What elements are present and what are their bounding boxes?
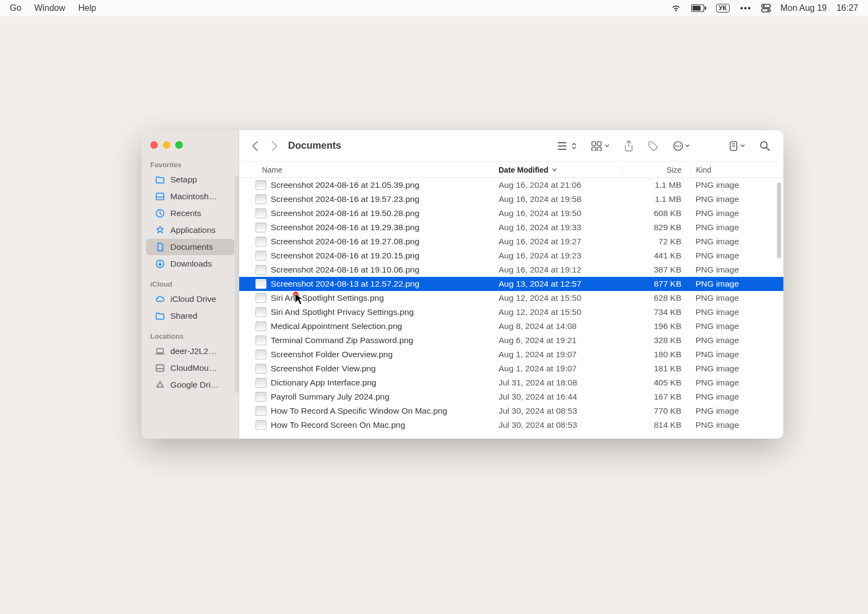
col-date-header[interactable]: Date Modified bbox=[499, 166, 622, 174]
search-button[interactable] bbox=[756, 138, 774, 154]
menubar-time[interactable]: 16:27 bbox=[837, 3, 858, 13]
svg-point-5 bbox=[748, 7, 750, 9]
col-size-header[interactable]: Size bbox=[622, 166, 690, 174]
svg-point-19 bbox=[650, 143, 652, 144]
file-kind: PNG image bbox=[690, 364, 783, 374]
sidebar-item-shared[interactable]: Shared bbox=[146, 308, 234, 324]
file-name: Screenshot 2024-08-13 at 12.57.22.png bbox=[271, 279, 499, 289]
fullscreen-window-button[interactable] bbox=[175, 141, 183, 149]
file-row[interactable]: Screenshot 2024-08-16 at 21.05.39.pngAug… bbox=[239, 178, 783, 192]
image-file-icon bbox=[256, 378, 266, 388]
battery-icon[interactable] bbox=[691, 4, 706, 12]
file-row[interactable]: Terminal Command Zip Password.pngAug 6, … bbox=[239, 333, 783, 347]
forward-button[interactable] bbox=[269, 138, 280, 154]
ellipsis-icon[interactable] bbox=[739, 6, 751, 10]
file-row[interactable]: Screenshot 2024-08-16 at 19.29.38.pngAug… bbox=[239, 220, 783, 235]
view-list-button[interactable] bbox=[553, 139, 580, 153]
disk-icon bbox=[155, 191, 165, 202]
col-kind-header[interactable]: Kind bbox=[690, 166, 783, 174]
file-row[interactable]: Screenshot 2024-08-16 at 19.10.06.pngAug… bbox=[239, 263, 783, 277]
file-kind: PNG image bbox=[690, 293, 783, 303]
menubar-date[interactable]: Mon Aug 19 bbox=[781, 3, 827, 13]
sidebar-item-setapp[interactable]: Setapp bbox=[146, 172, 234, 188]
file-row[interactable]: Dictionary App Interface.pngJul 31, 2024… bbox=[239, 376, 783, 390]
file-row[interactable]: Siri And Spotlight Privacy Settings.pngA… bbox=[239, 305, 783, 319]
col-name-header[interactable]: Name bbox=[256, 166, 499, 174]
image-file-icon bbox=[256, 350, 266, 359]
file-row[interactable]: Screenshot Folder View.pngAug 1, 2024 at… bbox=[239, 362, 783, 376]
sidebar-item-applications[interactable]: Applications bbox=[146, 222, 234, 238]
file-size: 608 KB bbox=[622, 208, 690, 218]
image-file-icon bbox=[256, 293, 266, 303]
file-kind: PNG image bbox=[690, 321, 783, 331]
new-folder-button[interactable] bbox=[725, 138, 749, 154]
file-date: Jul 30, 2024 at 16:44 bbox=[499, 392, 622, 402]
file-row[interactable]: Medical Appointment Selection.pngAug 8, … bbox=[239, 319, 783, 333]
file-row[interactable]: Screenshot 2024-08-16 at 19.57.23.pngAug… bbox=[239, 192, 783, 206]
sidebar-item-label: Documents bbox=[170, 242, 213, 252]
back-button[interactable] bbox=[249, 138, 261, 154]
svg-point-25 bbox=[761, 142, 767, 148]
file-name: Siri And Spotlight Settings.png bbox=[271, 293, 499, 303]
svg-point-23 bbox=[680, 145, 681, 147]
sidebar-item-macintosh-[interactable]: Macintosh… bbox=[146, 188, 234, 205]
file-list-scrollbar[interactable] bbox=[777, 182, 781, 258]
file-row[interactable]: How To Record Screen On Mac.pngJul 30, 2… bbox=[239, 418, 783, 432]
action-button[interactable] bbox=[669, 138, 693, 154]
sidebar-item-recents[interactable]: Recents bbox=[146, 205, 234, 221]
file-row[interactable]: Siri And Spotlight Settings.pngAug 12, 2… bbox=[239, 291, 783, 305]
menu-help[interactable]: Help bbox=[78, 3, 96, 13]
svg-rect-13 bbox=[157, 349, 163, 353]
control-center-icon[interactable] bbox=[761, 4, 771, 12]
sidebar-item-downloads[interactable]: Downloads bbox=[146, 256, 234, 272]
sidebar-item-label: deer-J2L2… bbox=[170, 346, 216, 356]
sidebar-section-title: Favorites bbox=[142, 159, 239, 171]
toolbar: Documents bbox=[239, 130, 783, 162]
sidebar-scrollbar[interactable] bbox=[235, 176, 239, 393]
sidebar-item-icloud-drive[interactable]: iCloud Drive bbox=[146, 291, 234, 307]
file-date: Aug 16, 2024 at 21:06 bbox=[499, 180, 622, 190]
svg-point-4 bbox=[744, 7, 746, 9]
sidebar-item-deer-j2l2-[interactable]: deer-J2L2… bbox=[146, 343, 234, 359]
sidebar-item-label: Macintosh… bbox=[170, 192, 217, 201]
group-button[interactable] bbox=[588, 139, 613, 153]
file-size: 196 KB bbox=[622, 321, 690, 331]
sidebar-item-label: Downloads bbox=[170, 259, 212, 269]
sidebar-item-label: Shared bbox=[170, 311, 197, 321]
file-kind: PNG image bbox=[690, 237, 783, 246]
tags-button[interactable] bbox=[644, 138, 662, 154]
sidebar-item-label: Google Dri… bbox=[170, 380, 219, 390]
file-row[interactable]: Screenshot 2024-08-13 at 12.57.22.pngAug… bbox=[239, 277, 783, 291]
file-row[interactable]: Screenshot Folder Overview.pngAug 1, 202… bbox=[239, 347, 783, 362]
menu-window[interactable]: Window bbox=[34, 3, 65, 13]
file-name: Screenshot Folder View.png bbox=[271, 364, 499, 374]
file-kind: PNG image bbox=[690, 406, 783, 416]
file-date: Aug 12, 2024 at 15:50 bbox=[499, 293, 622, 303]
wifi-icon[interactable] bbox=[671, 4, 681, 12]
file-list[interactable]: Screenshot 2024-08-16 at 21.05.39.pngAug… bbox=[239, 178, 783, 439]
file-row[interactable]: How To Record A Specific Window On Mac.p… bbox=[239, 404, 783, 418]
file-kind: PNG image bbox=[690, 279, 783, 289]
sidebar-item-documents[interactable]: Documents bbox=[146, 239, 234, 255]
file-row[interactable]: Screenshot 2024-08-16 at 19.50.28.pngAug… bbox=[239, 206, 783, 220]
file-row[interactable]: Payroll Summary July 2024.pngJul 30, 202… bbox=[239, 390, 783, 404]
file-size: 72 KB bbox=[622, 237, 690, 246]
disk-icon bbox=[155, 363, 165, 374]
menu-go[interactable]: Go bbox=[10, 3, 21, 13]
share-button[interactable] bbox=[621, 138, 637, 154]
clock-icon bbox=[155, 208, 165, 219]
file-kind: PNG image bbox=[690, 223, 783, 232]
minimize-window-button[interactable] bbox=[163, 141, 170, 149]
sidebar-item-google-dri-[interactable]: Google Dri… bbox=[146, 377, 234, 393]
menubar-left: Go Window Help bbox=[10, 3, 96, 13]
file-date: Aug 16, 2024 at 19:27 bbox=[499, 237, 622, 246]
image-file-icon bbox=[256, 406, 266, 416]
file-date: Aug 16, 2024 at 19:23 bbox=[499, 251, 622, 261]
file-row[interactable]: Screenshot 2024-08-16 at 19.20.15.pngAug… bbox=[239, 249, 783, 263]
svg-rect-2 bbox=[705, 7, 706, 10]
sidebar-item-cloudmou-[interactable]: CloudMou… bbox=[146, 360, 234, 376]
file-row[interactable]: Screenshot 2024-08-16 at 19.27.08.pngAug… bbox=[239, 235, 783, 249]
close-window-button[interactable] bbox=[150, 141, 158, 149]
input-source-badge[interactable]: УК bbox=[716, 4, 730, 12]
image-file-icon bbox=[256, 321, 266, 331]
